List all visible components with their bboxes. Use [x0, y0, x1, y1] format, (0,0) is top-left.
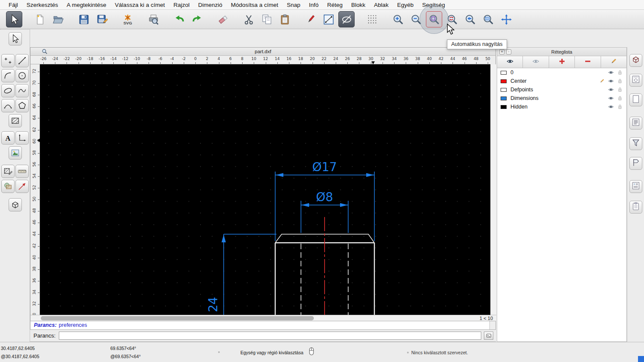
layers-hide-all-button[interactable] — [523, 56, 549, 68]
cut-button[interactable] — [240, 11, 257, 27]
command-history-scrollbar[interactable] — [489, 321, 495, 329]
copy-button[interactable] — [258, 11, 275, 27]
draft-mode-button[interactable] — [338, 11, 355, 27]
menu-item-f-jl[interactable]: Fájl — [4, 0, 22, 10]
palette-ellipse-button[interactable] — [1, 84, 15, 97]
menu-item-v-lassza-ki-a-c-met[interactable]: Válassza ki a címet — [111, 0, 169, 10]
points-icon — [3, 56, 13, 66]
horizontal-scrollbar[interactable] — [40, 315, 465, 321]
zoom-previous-button[interactable] — [462, 11, 478, 27]
palette-select-button[interactable] — [9, 32, 22, 45]
palette-arc-button[interactable] — [1, 69, 15, 82]
layer-visibility-eye-icon[interactable] — [608, 104, 614, 110]
redo-button[interactable] — [189, 11, 205, 27]
palette-text-button[interactable]: A — [1, 131, 15, 145]
palette-shapes-button[interactable] — [1, 180, 15, 193]
paste-button[interactable] — [276, 11, 293, 27]
layers-show-all-button[interactable] — [497, 56, 523, 68]
layer-lock-icon[interactable] — [617, 95, 623, 101]
command-input[interactable] — [59, 332, 481, 340]
save-as-button[interactable] — [94, 11, 110, 27]
delete-button[interactable] — [215, 11, 231, 27]
layer-add-button[interactable] — [549, 56, 575, 68]
draft-ellipse-icon — [341, 14, 352, 25]
menu-item-blokk[interactable]: Blokk — [347, 0, 370, 10]
dock-sheet-button[interactable] — [629, 94, 642, 106]
hruler-number: -24 — [52, 57, 58, 61]
menu-item-seg-ts-g[interactable]: Segítség — [418, 0, 449, 10]
palette-measure-arrow-button[interactable] — [15, 180, 29, 193]
menu-item-dimenzi-[interactable]: Dimenzió — [194, 0, 226, 10]
zoom-auto-icon — [428, 14, 440, 25]
grid-button[interactable] — [364, 11, 380, 27]
vertical-scrollbar[interactable] — [490, 64, 496, 315]
layer-row-hidden[interactable]: Hidden — [497, 103, 626, 111]
save-button[interactable] — [76, 11, 92, 27]
layer-row-center[interactable]: Center — [497, 77, 626, 85]
menu-item-m-dos-tsa-a-c-met[interactable]: Módosítsa a címet — [227, 0, 283, 10]
dock-library-browser-button[interactable] — [629, 74, 642, 87]
layer-modify-button[interactable] — [601, 56, 626, 68]
command-options-button[interactable] — [484, 332, 493, 340]
palette-circle-button[interactable] — [15, 69, 29, 82]
zoom-pan-button[interactable] — [498, 11, 514, 27]
menu-item-inf-[interactable]: Infó — [305, 0, 323, 10]
palette-3d-button[interactable] — [9, 198, 22, 211]
dock-entity-list-button[interactable] — [629, 117, 642, 130]
layer-lock-icon[interactable] — [617, 87, 623, 93]
dock-tag-button[interactable] — [629, 157, 642, 170]
palette-polygon-button[interactable] — [15, 99, 29, 112]
palette-hatch-button[interactable] — [9, 114, 22, 127]
menu-item-rajzol[interactable]: Rajzol — [169, 0, 194, 10]
layer-lock-icon[interactable] — [617, 78, 623, 84]
zoom-window-button[interactable] — [480, 11, 496, 27]
menu-item-r-teg[interactable]: Réteg — [323, 0, 347, 10]
palette-measure-button[interactable] — [15, 165, 29, 178]
menu-item-a-megtekint-se[interactable]: A megtekintése — [62, 0, 110, 10]
layer-row-0[interactable]: 0 — [497, 68, 626, 77]
hruler-number: 34 — [392, 57, 396, 61]
tooltip: Automatikus nagyítás — [447, 39, 507, 49]
palette-image-button[interactable] — [9, 146, 22, 160]
scrollbar-thumb[interactable] — [41, 316, 314, 320]
dock-filter-button[interactable] — [629, 137, 642, 150]
palette-line-button[interactable] — [15, 54, 29, 67]
menu-item-egy-b[interactable]: Egyéb — [393, 0, 418, 10]
palette-dimension-button[interactable] — [15, 131, 29, 145]
zoom-in-button[interactable] — [390, 11, 406, 27]
layer-lock-icon[interactable] — [617, 69, 623, 75]
zoom-previous-icon — [465, 14, 476, 25]
layer-lock-icon[interactable] — [617, 104, 623, 110]
dock-notes-button[interactable] — [629, 180, 642, 193]
layer-row-dimensions[interactable]: Dimensions — [497, 94, 626, 103]
menu-item-szerkeszt-s[interactable]: Szerkesztés — [22, 0, 63, 10]
layer-visibility-eye-icon[interactable] — [608, 78, 614, 84]
menu-item-snap[interactable]: Snap — [283, 0, 305, 10]
layer-visibility-eye-icon[interactable] — [608, 69, 614, 75]
layer-visibility-eye-icon[interactable] — [608, 95, 614, 101]
open-file-button[interactable] — [50, 11, 66, 27]
new-file-button[interactable] — [32, 11, 48, 27]
svg-export-button[interactable]: SVG — [119, 11, 136, 27]
dock-block-panel-button[interactable] — [629, 54, 642, 67]
print-preview-button[interactable] — [145, 11, 161, 27]
dim-corner-icon — [17, 133, 27, 143]
menu-item-ablak[interactable]: Ablak — [370, 0, 393, 10]
zoom-auto-button[interactable] — [426, 11, 442, 27]
select-tool-button[interactable] — [6, 11, 22, 27]
minus-icon — [584, 57, 592, 67]
dock-clipboard-button[interactable] — [629, 201, 642, 214]
palette-hatch-edit-button[interactable] — [1, 165, 15, 178]
undo-button[interactable] — [171, 11, 187, 27]
layer-row-defpoints[interactable]: Defpoints — [497, 85, 626, 94]
layer-visibility-eye-icon[interactable] — [608, 87, 614, 93]
zoom-in-icon — [392, 14, 404, 25]
palette-curve-button[interactable] — [1, 99, 15, 112]
palette-spline-button[interactable] — [15, 84, 29, 97]
palette-points-button[interactable] — [1, 54, 15, 67]
polyline-button[interactable] — [320, 11, 337, 27]
zoom-out-button[interactable] — [408, 11, 424, 27]
layer-remove-button[interactable] — [575, 56, 601, 68]
pen-button[interactable] — [302, 11, 319, 27]
drawing-canvas[interactable]: Ø17 Ø8 24 — [40, 64, 490, 315]
